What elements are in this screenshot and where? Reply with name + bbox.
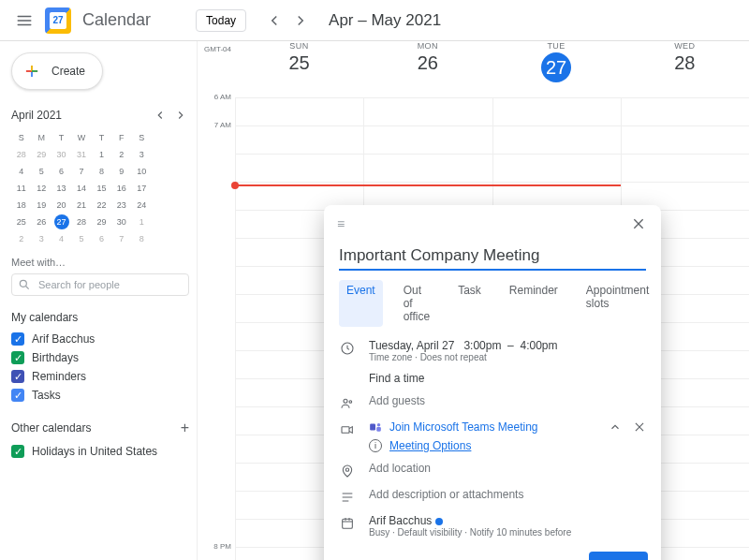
mini-day[interactable]: 28 [71, 214, 91, 230]
add-location-field[interactable]: Add location [369, 462, 646, 475]
mini-day[interactable]: 8 [132, 230, 152, 247]
collapse-icon[interactable] [609, 420, 622, 434]
search-icon [18, 278, 31, 291]
today-button[interactable]: Today [196, 9, 246, 32]
mini-day[interactable]: 7 [71, 163, 91, 180]
mini-day[interactable]: 17 [132, 180, 152, 197]
add-description-field[interactable]: Add description or attachments [369, 488, 646, 501]
teams-join-link[interactable]: Join Microsoft Teams Meeting [389, 420, 538, 434]
calendar-toggle[interactable]: ✓Reminders [11, 367, 189, 386]
date-range-label: Apr – May 2021 [329, 11, 441, 30]
meet-with-label: Meet with… [11, 257, 189, 268]
mini-day[interactable]: 11 [11, 180, 31, 197]
close-button[interactable] [625, 211, 652, 237]
day-column-header[interactable]: WED28 [621, 41, 749, 97]
mini-day[interactable]: 26 [31, 214, 51, 230]
mini-dow: T [92, 129, 111, 146]
mini-day[interactable]: 13 [51, 180, 71, 197]
mini-day[interactable]: 6 [92, 230, 111, 247]
checkbox-icon: ✓ [11, 332, 24, 346]
mini-day[interactable]: 8 [92, 163, 111, 180]
remove-conference-icon[interactable] [633, 420, 646, 434]
event-date[interactable]: Tuesday, April 27 [369, 339, 454, 352]
mini-day[interactable]: 24 [132, 197, 152, 214]
mini-day[interactable]: 15 [92, 180, 111, 197]
calendar-toggle[interactable]: ✓Holidays in United States [11, 442, 189, 461]
calendar-toggle[interactable]: ✓Arif Bacchus [11, 330, 189, 348]
svg-rect-9 [343, 519, 353, 528]
day-column-header[interactable]: TUE27 [492, 41, 621, 97]
mini-day[interactable]: 22 [92, 197, 111, 214]
find-time-link[interactable]: Find a time [369, 372, 646, 385]
mini-day[interactable]: 14 [71, 180, 91, 197]
mini-day[interactable]: 30 [51, 146, 71, 163]
event-type-tab[interactable]: Out of office [396, 280, 437, 327]
mini-day[interactable]: 29 [92, 214, 111, 230]
mini-day[interactable]: 12 [31, 180, 51, 197]
mini-day[interactable]: 3 [132, 146, 152, 163]
location-icon [339, 462, 356, 479]
mini-day[interactable]: 20 [51, 197, 71, 214]
mini-day[interactable]: 10 [132, 163, 152, 180]
save-button[interactable]: Save [589, 552, 648, 560]
mini-prev-button[interactable] [152, 107, 169, 124]
organizer-name[interactable]: Arif Bacchus [369, 514, 432, 527]
mini-day[interactable]: 6 [51, 163, 71, 180]
mini-day[interactable]: 9 [111, 163, 131, 180]
hour-label [198, 402, 231, 430]
calendar-toggle[interactable]: ✓Birthdays [11, 348, 189, 367]
calendar-label: Arif Bacchus [32, 332, 95, 346]
mini-day[interactable]: 1 [92, 146, 111, 163]
mini-day[interactable]: 18 [11, 197, 31, 214]
hour-label [198, 317, 231, 346]
hour-label: 6 AM [198, 93, 231, 121]
mini-day[interactable]: 21 [71, 197, 91, 214]
mini-day[interactable]: 27 [51, 214, 71, 230]
mini-day[interactable]: 2 [111, 146, 131, 163]
my-calendars-header[interactable]: My calendars [11, 311, 189, 324]
add-guests-field[interactable]: Add guests [369, 394, 646, 407]
mini-day[interactable]: 16 [111, 180, 131, 197]
mini-calendar[interactable]: SMTWTFS 28293031123456789101112131415161… [11, 129, 152, 247]
event-type-tab[interactable]: Task [450, 280, 489, 327]
app-header: Calendar Today Apr – May 2021 [0, 0, 749, 41]
calendar-label: Birthdays [32, 351, 79, 364]
create-button[interactable]: Create [11, 52, 103, 90]
calendar-toggle[interactable]: ✓Tasks [11, 386, 189, 405]
day-column-header[interactable]: MON26 [363, 41, 492, 97]
event-end-time[interactable]: 4:00pm [520, 339, 557, 352]
day-column-header[interactable]: SUN25 [235, 41, 363, 97]
add-calendar-icon[interactable]: + [181, 420, 189, 436]
event-start-time[interactable]: 3:00pm [463, 339, 501, 352]
mini-day[interactable]: 30 [111, 214, 131, 230]
mini-day[interactable]: 5 [71, 230, 91, 247]
mini-day[interactable]: 5 [31, 163, 51, 180]
event-title-input[interactable] [339, 243, 646, 271]
mini-day[interactable]: 29 [31, 146, 51, 163]
mini-day[interactable]: 23 [111, 197, 131, 214]
prev-period-button[interactable] [261, 7, 287, 34]
event-type-tab[interactable]: Event [339, 280, 383, 327]
mini-day[interactable]: 31 [71, 146, 91, 163]
mini-month-label: April 2021 [11, 109, 62, 122]
mini-day[interactable]: 4 [51, 230, 71, 247]
mini-day[interactable]: 1 [132, 214, 152, 230]
other-calendars-header[interactable]: Other calendars + [11, 420, 189, 436]
mini-day[interactable]: 25 [11, 214, 31, 230]
mini-next-button[interactable] [172, 107, 189, 124]
drag-handle-icon[interactable]: ≡ [337, 216, 346, 231]
meeting-options-link[interactable]: Meeting Options [389, 439, 471, 452]
menu-icon[interactable] [11, 7, 37, 34]
mini-day[interactable]: 7 [111, 230, 131, 247]
calendar-color-dot [435, 518, 443, 525]
now-indicator [235, 184, 621, 186]
mini-day[interactable]: 3 [31, 230, 51, 247]
event-type-tab[interactable]: Reminder [502, 280, 565, 327]
event-type-tab[interactable]: Appointment slots [579, 280, 656, 327]
mini-day[interactable]: 19 [31, 197, 51, 214]
mini-day[interactable]: 28 [11, 146, 31, 163]
mini-day[interactable]: 2 [11, 230, 31, 247]
next-period-button[interactable] [287, 7, 314, 34]
mini-day[interactable]: 4 [11, 163, 31, 180]
search-people-input[interactable]: Search for people [11, 273, 189, 296]
